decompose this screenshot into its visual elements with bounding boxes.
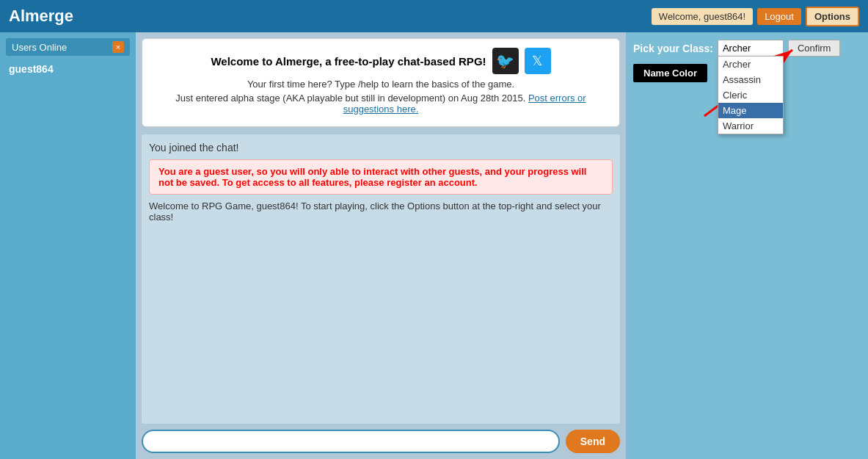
chat-warning: You are a guest user, so you will only a… — [149, 159, 613, 195]
bird-icon: 🐦 — [492, 48, 519, 74]
user-list-item: guest864 — [6, 62, 130, 76]
chat-info: Welcome to RPG Game, guest864! To start … — [149, 200, 613, 223]
welcome-box-sub2: Just entered alpha stage (AKA playable b… — [154, 93, 608, 115]
pick-class-label: Pick your Class: — [633, 43, 713, 54]
close-users-icon[interactable]: × — [112, 41, 124, 53]
welcome-box-title: Welcome to Almerge, a free-to-play chat-… — [211, 55, 486, 68]
welcome-box-sub1: Your first time here? Type /help to lear… — [154, 79, 608, 90]
class-option-mage[interactable]: Mage — [718, 103, 783, 118]
class-option-warrior[interactable]: Warrior — [718, 118, 783, 134]
twitter-icon: 𝕏 — [525, 48, 551, 74]
confirm-button[interactable]: Confirm — [788, 40, 841, 57]
chat-joined-message: You joined the chat! — [149, 142, 613, 153]
name-color-button[interactable]: Name Color — [633, 64, 707, 82]
class-option-cleric[interactable]: Cleric — [718, 87, 783, 103]
class-option-assassin[interactable]: Assassin — [718, 72, 783, 87]
class-option-archer[interactable]: Archer — [718, 57, 783, 72]
welcome-message: Welcome, guest864! — [652, 8, 753, 25]
chat-input[interactable] — [142, 430, 560, 453]
users-online-label: Users Online — [12, 42, 67, 53]
send-button[interactable]: Send — [566, 430, 620, 453]
class-select[interactable]: Archer — [718, 40, 784, 57]
class-dropdown: Archer Assassin Cleric Mage Warrior — [718, 56, 784, 134]
options-button[interactable]: Options — [806, 7, 859, 26]
logout-button[interactable]: Logout — [757, 8, 801, 25]
app-title: Almerge — [9, 7, 73, 26]
